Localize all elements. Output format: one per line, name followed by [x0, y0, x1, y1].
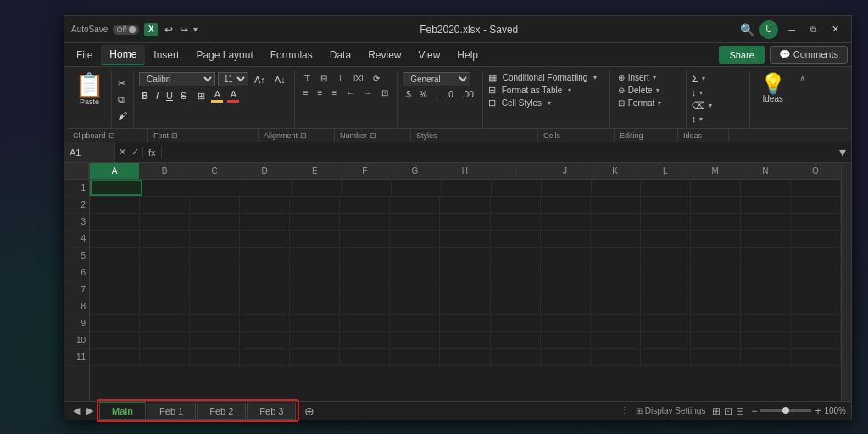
cell-C7[interactable]	[190, 281, 240, 298]
cell-I11[interactable]	[491, 349, 541, 365]
align-bottom-btn[interactable]: ⊥	[333, 72, 348, 85]
autosave-toggle[interactable]: Off	[113, 25, 139, 35]
col-header-K[interactable]: K	[591, 163, 641, 179]
cell-N8[interactable]	[741, 298, 791, 314]
align-center-btn[interactable]: ≡	[314, 86, 326, 99]
cell-N3[interactable]	[741, 214, 791, 230]
wrap-text-btn[interactable]: ⌧	[350, 72, 367, 85]
conditional-formatting-btn[interactable]: ▦ Conditional Formatting ▾	[488, 72, 604, 83]
cell-C5[interactable]	[190, 248, 240, 264]
align-right-btn[interactable]: ≡	[328, 86, 340, 99]
ideas-group[interactable]: 💡 Ideas	[750, 70, 796, 128]
indent-inc-btn[interactable]: →	[360, 86, 376, 99]
cell-K10[interactable]	[591, 332, 641, 348]
cell-I2[interactable]	[491, 197, 541, 213]
cell-K6[interactable]	[591, 264, 641, 281]
underline-button[interactable]: U	[164, 90, 175, 102]
cell-F10[interactable]	[340, 332, 390, 348]
cell-A5[interactable]	[90, 248, 140, 264]
cell-E2[interactable]	[290, 197, 340, 213]
cell-F7[interactable]	[340, 281, 390, 298]
cell-J10[interactable]	[541, 332, 591, 348]
cell-L3[interactable]	[641, 214, 691, 230]
cell-M3[interactable]	[691, 214, 741, 230]
cell-E3[interactable]	[290, 214, 340, 230]
formula-expand-btn[interactable]: ▾	[834, 144, 851, 160]
cell-H1[interactable]	[442, 180, 492, 196]
cell-O6[interactable]	[791, 264, 841, 281]
cell-A1[interactable]	[90, 180, 142, 196]
cell-N6[interactable]	[741, 264, 791, 281]
zoom-in-btn[interactable]: +	[815, 405, 821, 417]
cell-F11[interactable]	[340, 349, 390, 365]
cell-D4[interactable]	[240, 231, 290, 247]
cell-B1[interactable]	[142, 180, 192, 196]
search-icon[interactable]: 🔍	[740, 23, 754, 36]
font-size-select[interactable]: 11	[218, 72, 248, 86]
cell-D5[interactable]	[240, 248, 290, 264]
cell-A9[interactable]	[90, 315, 140, 331]
col-header-C[interactable]: C	[190, 163, 240, 179]
cell-F8[interactable]	[340, 298, 390, 314]
cell-J2[interactable]	[541, 197, 591, 213]
cell-C10[interactable]	[190, 332, 240, 348]
cell-H6[interactable]	[440, 264, 490, 281]
cell-I1[interactable]	[492, 180, 542, 196]
cell-K7[interactable]	[591, 281, 641, 298]
cell-L9[interactable]	[641, 315, 691, 331]
cell-C8[interactable]	[190, 298, 240, 314]
cell-G6[interactable]	[390, 264, 440, 281]
cell-G8[interactable]	[390, 298, 440, 314]
cell-K4[interactable]	[591, 231, 641, 247]
menu-insert[interactable]: Insert	[145, 46, 187, 64]
cell-F5[interactable]	[340, 248, 390, 264]
cell-G3[interactable]	[390, 214, 440, 230]
sheet-nav-next[interactable]: ▶	[83, 405, 97, 416]
cell-D10[interactable]	[240, 332, 290, 348]
cell-K8[interactable]	[591, 298, 641, 314]
cell-L6[interactable]	[641, 264, 691, 281]
cell-G7[interactable]	[390, 281, 440, 298]
col-header-L[interactable]: L	[641, 163, 691, 179]
indent-dec-btn[interactable]: ←	[342, 86, 358, 99]
cell-O3[interactable]	[791, 214, 841, 230]
cell-B5[interactable]	[140, 248, 190, 264]
cell-M8[interactable]	[691, 298, 741, 314]
formula-input[interactable]	[162, 147, 834, 158]
insert-button[interactable]: ⊕ Insert ▾	[615, 72, 681, 83]
cell-G2[interactable]	[390, 197, 440, 213]
cell-N9[interactable]	[741, 315, 791, 331]
align-left-btn[interactable]: ≡	[300, 86, 312, 99]
user-avatar[interactable]: U	[760, 20, 778, 39]
col-header-H[interactable]: H	[440, 163, 490, 179]
delete-button[interactable]: ⊖ Delete ▾	[615, 85, 681, 96]
cell-D11[interactable]	[240, 349, 290, 365]
cell-M11[interactable]	[691, 349, 741, 365]
cell-A6[interactable]	[90, 264, 140, 281]
cell-A3[interactable]	[90, 214, 140, 230]
col-header-D[interactable]: D	[240, 163, 290, 179]
sheet-tab-feb2[interactable]: Feb 2	[197, 403, 246, 420]
cell-D9[interactable]	[240, 315, 290, 331]
comma-btn[interactable]: ,	[432, 88, 442, 101]
cell-I7[interactable]	[491, 281, 541, 298]
cell-M5[interactable]	[691, 248, 741, 264]
cell-G11[interactable]	[390, 349, 440, 365]
cell-K5[interactable]	[591, 248, 641, 264]
restore-button[interactable]: ⧉	[805, 25, 821, 35]
cell-A7[interactable]	[90, 281, 140, 298]
col-header-G[interactable]: G	[390, 163, 440, 179]
cell-C3[interactable]	[190, 214, 240, 230]
redo-button[interactable]: ↪	[178, 22, 190, 37]
cell-D8[interactable]	[240, 298, 290, 314]
cell-H10[interactable]	[440, 332, 490, 348]
col-header-N[interactable]: N	[741, 163, 791, 179]
sheet-nav-prev[interactable]: ◀	[70, 405, 83, 416]
cell-A8[interactable]	[90, 298, 140, 314]
col-header-E[interactable]: E	[290, 163, 340, 179]
merge-btn[interactable]: ⊡	[378, 86, 392, 99]
cell-L11[interactable]	[641, 349, 691, 365]
col-header-M[interactable]: M	[691, 163, 741, 179]
cell-M9[interactable]	[691, 315, 741, 331]
cell-B11[interactable]	[140, 349, 190, 365]
